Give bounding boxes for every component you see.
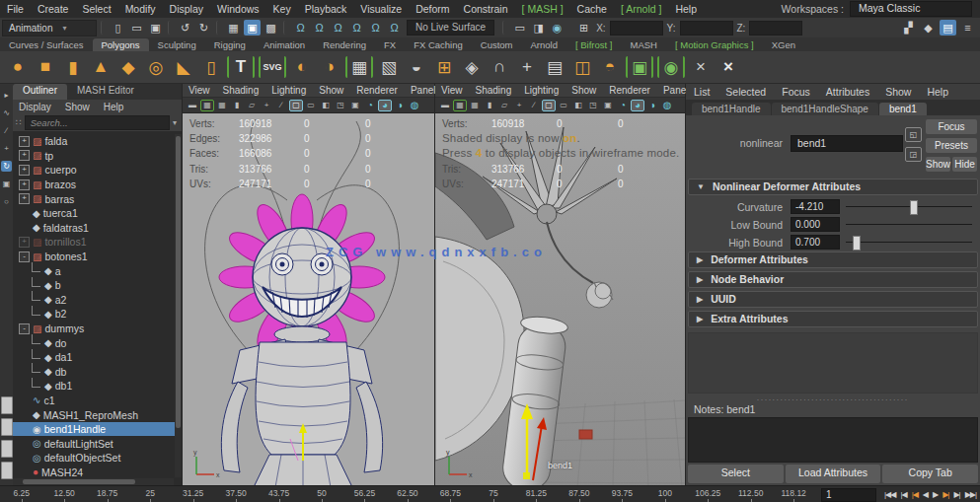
- time-tick[interactable]: 112.50: [729, 486, 772, 502]
- gamma-icon[interactable]: ◍: [660, 100, 674, 111]
- filter-icon[interactable]: ∷: [16, 117, 22, 127]
- expand-toggle-icon[interactable]: -: [19, 323, 30, 334]
- viewport-menu-item[interactable]: Lighting: [518, 85, 565, 96]
- shelf-tab[interactable]: MASH: [621, 38, 665, 51]
- pin-tab-icon[interactable]: ◱: [905, 127, 922, 142]
- panel-menu-item[interactable]: Show: [59, 102, 96, 112]
- expand-toggle-icon[interactable]: +: [19, 136, 30, 147]
- time-tick[interactable]: 62.50: [386, 486, 428, 502]
- menu-item[interactable]: Modify: [118, 3, 163, 15]
- time-slider-ticks[interactable]: 6.2512.5018.752531.2537.5043.755056.2562…: [0, 486, 815, 502]
- new-scene-icon[interactable]: ▯: [110, 20, 126, 36]
- time-tick[interactable]: 25: [128, 486, 171, 502]
- slider-handle[interactable]: [910, 200, 918, 215]
- channel-box-toggle-icon[interactable]: ≡: [959, 20, 976, 36]
- list-item[interactable]: ◆ do: [13, 335, 182, 350]
- viewport-menu-item[interactable]: Show: [313, 85, 349, 96]
- multi-cut-icon[interactable]: +: [515, 55, 539, 79]
- image-plane-icon[interactable]: ▱: [497, 100, 511, 111]
- smooth-icon[interactable]: ◒: [405, 55, 428, 79]
- menu-item[interactable]: Select: [75, 3, 117, 15]
- menu-item[interactable]: Windows: [210, 3, 266, 15]
- shadows-mode-icon[interactable]: ▣: [348, 100, 362, 111]
- presets-button[interactable]: Presets: [926, 138, 977, 153]
- time-tick[interactable]: 68.75: [429, 486, 472, 502]
- go-to-end-icon[interactable]: ▶▶|: [963, 490, 978, 499]
- menu-item[interactable]: Arnold: [614, 3, 668, 15]
- play-forwards-icon[interactable]: ▶: [931, 490, 940, 499]
- node-tab[interactable]: bend1: [879, 103, 927, 115]
- poly-sphere-icon[interactable]: ●: [6, 55, 30, 79]
- shaded-mode-icon[interactable]: ▢: [289, 100, 303, 111]
- step-back-frame-icon[interactable]: |◀: [898, 490, 908, 499]
- list-item[interactable]: ∿ c1: [13, 394, 182, 408]
- attribute-slider[interactable]: [846, 218, 974, 231]
- list-item[interactable]: ◎ defaultLightSet: [13, 436, 182, 451]
- isolate-select-icon[interactable]: ◔: [616, 100, 630, 111]
- workspace-dropdown[interactable]: Maya Classic: [850, 1, 972, 17]
- image-plane-icon[interactable]: ▱: [245, 100, 259, 111]
- wireframe-mode-icon[interactable]: ▭: [557, 100, 570, 111]
- time-tick[interactable]: 87.50: [558, 486, 600, 502]
- poly-pipe-icon[interactable]: ▯: [199, 55, 223, 79]
- attribute-slider[interactable]: [846, 236, 974, 249]
- time-tick[interactable]: 31.25: [172, 486, 214, 502]
- poly-pyramid-icon[interactable]: ◣: [172, 55, 195, 79]
- time-tick[interactable]: 6.25: [0, 486, 42, 502]
- snap-view-plane-icon[interactable]: Ω: [367, 20, 384, 36]
- boolean-union-icon[interactable]: ◐: [290, 55, 314, 79]
- mirror-icon[interactable]: ◫: [570, 55, 594, 79]
- play-backwards-icon[interactable]: ◀: [921, 490, 930, 499]
- viewport-menu-item[interactable]: View: [435, 85, 469, 96]
- time-tick[interactable]: 18.75: [86, 486, 128, 502]
- redo-icon[interactable]: ↻: [195, 20, 212, 36]
- list-item[interactable]: ◆ a2: [13, 293, 182, 308]
- type-tool-icon[interactable]: T: [227, 56, 255, 78]
- menu-item[interactable]: File: [0, 3, 31, 15]
- scrollbar-thumb[interactable]: [176, 136, 181, 428]
- make-live-icon[interactable]: Ω: [386, 20, 403, 36]
- menu-item[interactable]: Constrain: [457, 3, 515, 15]
- expand-toggle-icon[interactable]: +: [19, 193, 30, 204]
- undo-icon[interactable]: ↺: [177, 20, 193, 36]
- exposure-icon[interactable]: ◑: [645, 100, 659, 111]
- isolate-select-icon[interactable]: ◔: [363, 100, 377, 111]
- shelf-tab[interactable]: Polygons: [93, 38, 149, 51]
- chevron-down-icon[interactable]: ▾: [173, 118, 179, 127]
- viewport-menu-item[interactable]: Shading: [470, 85, 518, 96]
- boolean-difference-icon[interactable]: ◑: [318, 55, 341, 79]
- panel-menu-item[interactable]: Help: [919, 86, 956, 98]
- panel-tab[interactable]: MASH Editor: [67, 84, 144, 100]
- poly-cone-icon[interactable]: ▲: [89, 55, 113, 79]
- rotate-tool-icon[interactable]: ↻: [1, 161, 12, 172]
- paint-select-icon[interactable]: ∕: [1, 125, 12, 136]
- shelf-tab[interactable]: FX: [375, 38, 405, 51]
- bookmark-icon[interactable]: ▮: [483, 100, 496, 111]
- extrude-icon[interactable]: ⊞: [432, 55, 456, 79]
- shelf-tab[interactable]: Curves / Surfaces: [0, 38, 93, 51]
- select-tool-icon[interactable]: ▸: [1, 90, 12, 101]
- lights-mode-icon[interactable]: ◳: [334, 100, 347, 111]
- section-header-collapsed[interactable]: ▶ Node Behavior: [688, 271, 978, 288]
- select-object-icon[interactable]: ▣: [244, 20, 261, 36]
- delete-history-icon[interactable]: ×: [716, 55, 740, 79]
- expand-toggle-icon[interactable]: +: [19, 179, 30, 190]
- drag-handle[interactable]: .......................................: [686, 395, 980, 403]
- time-tick[interactable]: 106.25: [687, 486, 729, 502]
- select-hierarchy-icon[interactable]: ▦: [225, 20, 242, 36]
- hide-button[interactable]: Hide: [952, 157, 977, 172]
- hypershade-layout[interactable]: [1, 462, 13, 479]
- expand-toggle-icon[interactable]: -: [19, 251, 30, 262]
- mash-add-icon[interactable]: ▣: [626, 56, 653, 78]
- section-header-collapsed[interactable]: ▶ Deformer Attributes: [688, 251, 978, 268]
- menu-item[interactable]: Help: [668, 3, 704, 15]
- time-tick[interactable]: 12.50: [42, 486, 85, 502]
- combine-icon[interactable]: ▦: [345, 56, 373, 78]
- snap-curve-icon[interactable]: Ω: [311, 20, 328, 36]
- gamma-icon[interactable]: ◍: [408, 100, 421, 111]
- last-tool-icon[interactable]: ○: [1, 196, 12, 207]
- shelf-tab[interactable]: XGen: [763, 38, 804, 51]
- list-item[interactable]: + ▨ brazos: [13, 178, 182, 192]
- scrollbar-thumb[interactable]: [23, 479, 135, 484]
- y-input[interactable]: [680, 21, 733, 36]
